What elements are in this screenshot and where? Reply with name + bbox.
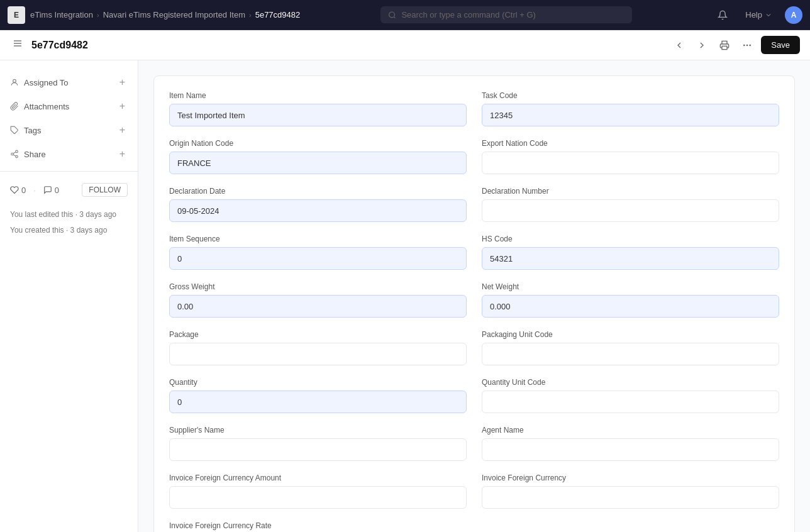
- input-net-weight[interactable]: [482, 295, 779, 318]
- share-icon: [10, 150, 19, 158]
- label-export-nation-code: Export Nation Code: [482, 139, 779, 148]
- search-bar: [380, 6, 632, 23]
- more-button[interactable]: [738, 36, 756, 54]
- field-invoice-foreign-currency-amount: Invoice Foreign Currency Amount: [169, 474, 467, 509]
- comment-icon: [43, 186, 52, 194]
- likes-stat[interactable]: 0: [10, 186, 26, 195]
- search-input[interactable]: [401, 10, 624, 19]
- field-task-code: Task Code: [482, 91, 779, 126]
- sidebar-item-share[interactable]: Share +: [0, 142, 138, 166]
- tags-add-button[interactable]: +: [117, 123, 128, 137]
- tags-label: Tags: [24, 126, 41, 135]
- input-packaging-unit-code[interactable]: [482, 343, 779, 365]
- label-item-name: Item Name: [169, 91, 467, 100]
- label-package: Package: [169, 330, 467, 339]
- avatar[interactable]: A: [785, 6, 802, 24]
- input-declaration-date[interactable]: [169, 199, 467, 222]
- input-item-sequence[interactable]: [169, 247, 467, 270]
- tag-icon: [10, 126, 19, 135]
- comments-stat[interactable]: 0: [43, 186, 59, 195]
- label-origin-nation-code: Origin Nation Code: [169, 139, 467, 148]
- svg-point-11: [16, 150, 18, 153]
- breadcrumb-sep-1: ›: [97, 11, 99, 19]
- app-icon[interactable]: E: [8, 6, 25, 24]
- history-item-1: You created this · 3 days ago: [10, 225, 128, 236]
- sidebar-item-attachments[interactable]: Attachments +: [0, 94, 138, 118]
- chevron-right-icon: [697, 40, 707, 50]
- field-invoice-foreign-currency-rate: Invoice Foreign Currency Rate: [169, 521, 467, 532]
- svg-point-6: [744, 45, 745, 45]
- field-quantity: Quantity: [169, 378, 467, 413]
- assigned-to-label: Assigned To: [24, 78, 69, 87]
- label-suppliers-name: Supplier's Name: [169, 426, 467, 435]
- input-task-code[interactable]: [482, 104, 779, 126]
- input-suppliers-name[interactable]: [169, 438, 467, 461]
- input-quantity[interactable]: [169, 391, 467, 413]
- input-origin-nation-code[interactable]: [169, 152, 467, 174]
- label-packaging-unit-code: Packaging Unit Code: [482, 330, 779, 339]
- breadcrumb: eTims Integration › Navari eTims Registe…: [30, 10, 300, 19]
- bell-icon: [718, 10, 728, 20]
- field-item-sequence: Item Sequence: [169, 235, 467, 270]
- field-net-weight: Net Weight: [482, 282, 779, 318]
- breadcrumb-etims[interactable]: eTims Integration: [30, 10, 93, 19]
- label-gross-weight: Gross Weight: [169, 282, 467, 291]
- share-add-button[interactable]: +: [117, 147, 128, 161]
- breadcrumb-navari[interactable]: Navari eTims Registered Imported Item: [103, 10, 245, 19]
- form-grid: Item NameTask CodeOrigin Nation CodeExpo…: [153, 75, 795, 532]
- main-content: Item NameTask CodeOrigin Nation CodeExpo…: [138, 60, 810, 532]
- label-agent-name: Agent Name: [482, 426, 779, 435]
- label-net-weight: Net Weight: [482, 282, 779, 291]
- save-button[interactable]: Save: [761, 36, 800, 54]
- page-title: 5e77cd9482: [31, 40, 88, 51]
- label-hs-code: HS Code: [482, 235, 779, 243]
- input-agent-name[interactable]: [482, 438, 779, 461]
- chevron-down-icon: [765, 11, 772, 19]
- input-item-name[interactable]: [169, 104, 467, 126]
- input-quantity-unit-code[interactable]: [482, 391, 779, 413]
- menu-button[interactable]: [10, 36, 25, 54]
- printer-icon: [719, 40, 730, 50]
- input-invoice-foreign-currency[interactable]: [482, 486, 779, 509]
- field-declaration-date: Declaration Date: [169, 187, 467, 222]
- label-item-sequence: Item Sequence: [169, 235, 467, 243]
- input-invoice-foreign-currency-amount[interactable]: [169, 486, 467, 509]
- sidebar-stats: 0 · 0 FOLLOW: [0, 177, 138, 203]
- topbar-left: E eTims Integration › Navari eTims Regis…: [8, 6, 300, 24]
- label-quantity-unit-code: Quantity Unit Code: [482, 378, 779, 387]
- input-declaration-number[interactable]: [482, 199, 779, 222]
- input-package[interactable]: [169, 343, 467, 365]
- secondary-toolbar: 5e77cd9482 Save: [0, 30, 810, 60]
- notification-button[interactable]: [713, 8, 733, 23]
- input-hs-code[interactable]: [482, 247, 779, 270]
- sidebar-history: You last edited this · 3 days ago You cr…: [0, 203, 138, 247]
- next-button[interactable]: [693, 36, 711, 54]
- comments-count: 0: [55, 186, 59, 195]
- sidebar: Assigned To + Attachments + Tags + Share…: [0, 60, 138, 532]
- label-quantity: Quantity: [169, 378, 467, 387]
- label-declaration-number: Declaration Number: [482, 187, 779, 196]
- topbar: E eTims Integration › Navari eTims Regis…: [0, 0, 810, 30]
- label-invoice-foreign-currency-rate: Invoice Foreign Currency Rate: [169, 521, 467, 530]
- print-button[interactable]: [716, 36, 733, 54]
- field-gross-weight: Gross Weight: [169, 282, 467, 318]
- follow-button[interactable]: FOLLOW: [82, 183, 128, 197]
- field-quantity-unit-code: Quantity Unit Code: [482, 378, 779, 413]
- label-task-code: Task Code: [482, 91, 779, 100]
- field-packaging-unit-code: Packaging Unit Code: [482, 330, 779, 365]
- breadcrumb-sep-2: ›: [249, 11, 252, 19]
- sidebar-item-assigned-to[interactable]: Assigned To +: [0, 70, 138, 94]
- help-button[interactable]: Help: [740, 8, 777, 22]
- menu-icon: [13, 38, 23, 48]
- attachments-add-button[interactable]: +: [117, 99, 128, 113]
- help-label: Help: [745, 10, 762, 19]
- sidebar-divider: [0, 171, 138, 172]
- field-item-name: Item Name: [169, 91, 467, 126]
- input-gross-weight[interactable]: [169, 295, 467, 318]
- sidebar-item-tags[interactable]: Tags +: [0, 118, 138, 142]
- svg-line-14: [13, 155, 16, 156]
- prev-button[interactable]: [670, 36, 688, 54]
- input-export-nation-code[interactable]: [482, 152, 779, 174]
- share-label: Share: [24, 150, 46, 159]
- assigned-to-add-button[interactable]: +: [117, 75, 128, 89]
